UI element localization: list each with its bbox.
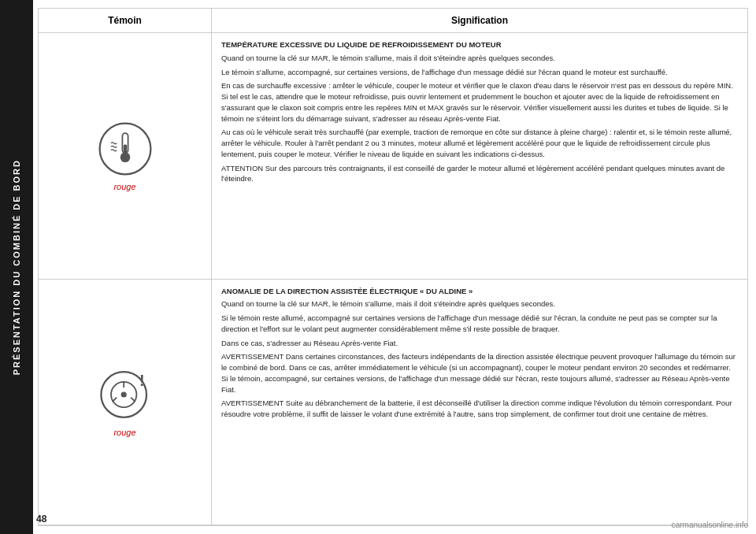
row2-p2: Si le témoin reste allumé, accompagné su… [221,313,738,335]
text-cell-temperature: TEMPÉRATURE EXCESSIVE DU LIQUIDE DE REFR… [212,33,747,279]
row2-p4: AVERTISSEMENT Dans certaines circonstanc… [221,351,738,395]
header-temoin: Témoin [39,9,212,32]
icon-label-1: rouge [113,182,135,191]
icon-label-2: rouge [113,428,135,437]
main-table: Témoin Signification [38,8,748,526]
row1-p4: Au cas où le véhicule serait très surcha… [221,127,738,159]
row2-p3: Dans ce cas, s'adresser au Réseau Après-… [221,338,738,349]
row1-p2: Le témoin s'allume, accompagné, sur cert… [221,67,738,78]
icon-cell-steering: ! rouge [39,280,212,525]
watermark: carmanualsonline.info [672,521,748,529]
temperature-icon [97,121,154,177]
svg-line-8 [131,398,135,402]
row1-p1: Quand on tourne la clé sur MAR, le témoi… [221,53,738,64]
row1-title: TEMPÉRATURE EXCESSIVE DU LIQUIDE DE REFR… [221,39,738,50]
row2-p1: Quand on tourne la clé sur MAR, le témoi… [221,299,738,310]
icon-cell-temperature: rouge [39,33,212,279]
header-signification: Signification [212,9,747,32]
svg-point-9 [120,392,126,398]
text-cell-steering: ANOMALIE DE LA DIRECTION ASSISTÉE ÉLECTR… [212,280,747,525]
svg-line-7 [112,398,116,402]
svg-text:!: ! [139,372,145,389]
table-row: ! rouge ANOMALIE DE LA DIRECTION ASSISTÉ… [39,280,747,526]
sidebar-title: PRÉSENTATION DU COMBINÉ DE BORD [12,159,21,375]
steering-icon: ! [97,366,154,423]
svg-rect-3 [123,144,127,157]
table-header: Témoin Signification [39,9,747,33]
main-content: Témoin Signification [33,0,756,534]
row2-p5: AVERTISSEMENT Suite au débranchement de … [221,398,738,420]
table-row: rouge TEMPÉRATURE EXCESSIVE DU LIQUIDE D… [39,33,747,280]
sidebar: PRÉSENTATION DU COMBINÉ DE BORD [0,0,33,534]
row1-p3: En cas de surchauffe excessive : arrêter… [221,80,738,124]
page-number: 48 [36,514,46,525]
row2-title: ANOMALIE DE LA DIRECTION ASSISTÉE ÉLECTR… [221,286,738,297]
row1-p5: ATTENTION Sur des parcours très contraig… [221,163,738,185]
